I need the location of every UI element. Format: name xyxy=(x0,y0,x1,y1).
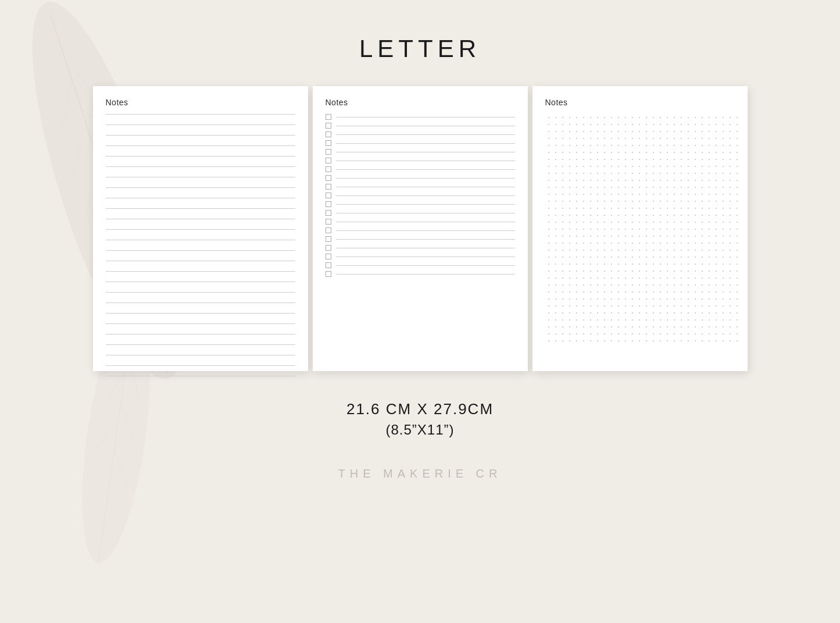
dot-cell xyxy=(552,254,559,261)
dot-cell xyxy=(727,212,734,219)
checkbox[interactable] xyxy=(326,114,331,120)
dot-cell xyxy=(587,337,594,344)
dot-cell xyxy=(594,275,601,282)
checkbox[interactable] xyxy=(326,245,331,251)
checkbox[interactable] xyxy=(326,158,331,163)
dot-cell xyxy=(608,254,615,261)
dot-cell xyxy=(657,198,664,205)
dot-cell xyxy=(566,289,573,296)
dot-cell xyxy=(608,337,615,344)
dot-cell xyxy=(573,254,580,261)
dot-cell xyxy=(692,121,699,128)
checkbox[interactable] xyxy=(326,131,331,137)
dot-cell xyxy=(713,296,720,302)
dot-cell xyxy=(615,330,622,337)
dot-cell xyxy=(573,128,580,135)
checkbox[interactable] xyxy=(326,149,331,155)
main-content: LETTER Notes xyxy=(0,0,840,480)
dot-cell xyxy=(734,135,741,142)
dot-cell xyxy=(622,261,629,268)
dot-cell xyxy=(615,205,622,212)
checkbox[interactable] xyxy=(326,175,331,181)
dot-cell xyxy=(566,226,573,233)
checkbox-line xyxy=(336,213,515,213)
dot-cell xyxy=(664,156,671,163)
dot-cell xyxy=(650,205,657,212)
dot-cell xyxy=(580,247,587,254)
dot-cell xyxy=(671,121,678,128)
dot-cell xyxy=(615,184,622,191)
dot-cell xyxy=(664,114,671,121)
checkbox[interactable] xyxy=(326,254,331,259)
dot-cell xyxy=(664,219,671,226)
checkbox[interactable] xyxy=(326,262,331,268)
dot-cell xyxy=(545,184,552,191)
dot-cell xyxy=(580,212,587,219)
dot-cell xyxy=(671,233,678,240)
dot-cell xyxy=(608,309,615,316)
dot-cell xyxy=(664,198,671,205)
dot-cell xyxy=(734,282,741,289)
dot-cell xyxy=(601,254,608,261)
dot-cell xyxy=(685,254,692,261)
checkbox[interactable] xyxy=(326,184,331,190)
dot-cell xyxy=(685,247,692,254)
dot-cell xyxy=(573,289,580,296)
cards-container: Notes xyxy=(93,86,748,371)
checkbox[interactable] xyxy=(326,123,331,129)
dot-cell xyxy=(678,275,685,282)
dot-cell xyxy=(650,163,657,170)
dot-cell xyxy=(608,198,615,205)
dot-cell xyxy=(601,268,608,275)
dot-cell xyxy=(692,337,699,344)
dot-cell xyxy=(601,282,608,289)
dot-cell xyxy=(713,170,720,177)
dot-cell xyxy=(734,114,741,121)
dot-cell xyxy=(552,233,559,240)
dot-cell xyxy=(545,121,552,128)
dot-cell xyxy=(643,212,650,219)
checkbox[interactable] xyxy=(326,210,331,216)
line-rule xyxy=(106,156,295,156)
dot-cell xyxy=(587,330,594,337)
dot-cell xyxy=(559,149,566,156)
dot-cell xyxy=(713,198,720,205)
dot-cell xyxy=(545,170,552,177)
checkbox[interactable] xyxy=(326,236,331,242)
dot-cell xyxy=(713,240,720,247)
checkbox[interactable] xyxy=(326,227,331,233)
checkbox[interactable] xyxy=(326,271,331,277)
dot-cell xyxy=(720,296,727,302)
dot-cell xyxy=(580,163,587,170)
dot-cell xyxy=(580,254,587,261)
checkbox[interactable] xyxy=(326,140,331,146)
dot-cell xyxy=(643,302,650,309)
dot-cell xyxy=(580,198,587,205)
dot-cell xyxy=(720,191,727,198)
dot-cell xyxy=(671,316,678,323)
dot-cell xyxy=(720,128,727,135)
checkbox-line xyxy=(336,257,515,257)
dot-cell xyxy=(580,170,587,177)
checkbox[interactable] xyxy=(326,219,331,225)
dot-cell xyxy=(552,114,559,121)
dot-cell xyxy=(692,156,699,163)
dot-cell xyxy=(650,330,657,337)
checkbox[interactable] xyxy=(326,193,331,198)
dot-cell xyxy=(566,233,573,240)
dot-cell xyxy=(657,268,664,275)
dot-cell xyxy=(643,296,650,302)
dot-cell xyxy=(671,261,678,268)
checkbox-line xyxy=(336,126,515,126)
dot-cell xyxy=(727,296,734,302)
dot-cell xyxy=(573,282,580,289)
dot-cell xyxy=(615,198,622,205)
dot-cell xyxy=(545,177,552,184)
line-rule xyxy=(106,292,295,293)
dot-cell xyxy=(559,254,566,261)
dot-cell xyxy=(552,128,559,135)
checkbox[interactable] xyxy=(326,201,331,207)
checkbox[interactable] xyxy=(326,166,331,172)
dot-cell xyxy=(678,205,685,212)
dot-cell xyxy=(643,142,650,149)
